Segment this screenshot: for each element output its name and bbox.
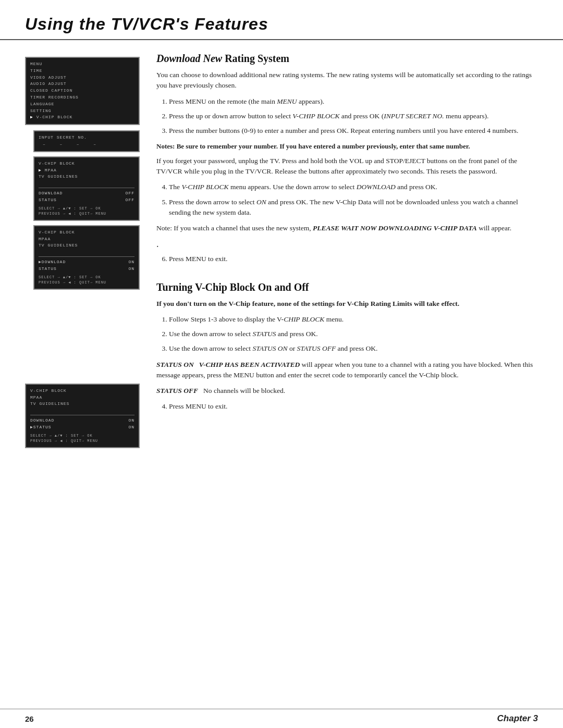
download-label2: ▶DOWNLOAD	[39, 259, 66, 266]
step-4: The V-CHIP BLOCK menu appears. Use the d…	[169, 182, 538, 192]
download-row-on: ▶DOWNLOAD ON	[39, 259, 134, 266]
step-s4: Press MENU to exit.	[169, 401, 538, 412]
screen-footer-3: SELECT → ▲/▼ : SET → OKPREVIOUS → ◀ : QU…	[30, 433, 134, 444]
note-1: Notes: Be sure to remember your number. …	[156, 141, 538, 152]
vchip-tv-guidelines2: TV GUIDELINES	[39, 242, 134, 249]
input-dashes: – – – –	[39, 141, 134, 148]
section1-steps: Press MENU on the remote (the main MENU …	[169, 96, 538, 137]
step-5: Press the down arrow to select ON and pr…	[169, 197, 538, 218]
status-label: STATUS	[39, 197, 57, 204]
menu-item-vchip: V-CHIP BLOCK	[30, 114, 134, 121]
section2-steps2: Press MENU to exit.	[169, 401, 538, 412]
vchip-tv-guidelines3: TV GUIDELINES	[30, 401, 134, 408]
page-footer: 26 Chapter 3	[0, 709, 563, 728]
status-row-off: STATUS OFF	[39, 197, 134, 204]
vchip-block-title3: V-CHIP BLOCK	[30, 388, 134, 394]
dot-separator: .	[156, 239, 538, 250]
chapter-label: Chapter 3	[497, 713, 538, 724]
step-s1: Follow Steps 1-3 above to display the V-…	[169, 314, 538, 325]
status-value-on: ON	[128, 266, 134, 273]
download-row-off: DOWNLOAD OFF	[39, 190, 134, 197]
menu-item-video: VIDEO ADJUST	[30, 75, 134, 81]
menu-item-audio: AUDIO ADJUST	[30, 81, 134, 88]
vchip-tv-guidelines: TV GUIDELINES	[39, 174, 134, 180]
section1-steps3: Press MENU to exit.	[169, 254, 538, 264]
step-s3: Use the down arrow to select STATUS ON o…	[169, 343, 538, 354]
left-column: MENU TIME VIDEO ADJUST AUDIO ADJUST CLOS…	[25, 57, 140, 461]
vchip-mpaa3: MPAA	[30, 394, 134, 401]
download-row-on2: DOWNLOAD ON	[30, 417, 134, 424]
status-row-on: STATUS ON	[39, 266, 134, 273]
download-value-on: ON	[128, 259, 134, 266]
note-2: If you forget your password, unplug the …	[156, 156, 538, 177]
status-row-highlighted: ▶STATUS ON	[30, 424, 134, 431]
screen-group-2: V-CHIP BLOCK MPAA TV GUIDELINES DOWNLOAD…	[25, 384, 140, 448]
download-label: DOWNLOAD	[39, 190, 63, 197]
download-value-off: OFF	[126, 190, 134, 197]
step-1: Press MENU on the remote (the main MENU …	[169, 96, 538, 107]
note-3: Note: If you watch a channel that uses t…	[156, 223, 538, 233]
section2-bold-note: If you don't turn on the V-Chip feature,…	[156, 299, 538, 309]
tv-screen-main-menu: MENU TIME VIDEO ADJUST AUDIO ADJUST CLOS…	[25, 57, 140, 125]
page-title: Using the TV/VCR's Features	[25, 15, 538, 34]
menu-item-timer: TIMER RECORDINGS	[30, 94, 134, 101]
menu-item-caption: CLOSED CAPTION	[30, 88, 134, 94]
download-value-on2: ON	[128, 417, 134, 424]
screen-footer-1: SELECT → ▲/▼ : SET → OKPREVIOUS → ◀ : QU…	[39, 206, 134, 217]
screen-footer-2: SELECT → ▲/▼ : SET → OKPREVIOUS → ◀ : QU…	[39, 275, 134, 286]
right-column: Download New Rating System You can choos…	[156, 53, 538, 461]
vchip-mpaa2: MPAA	[39, 236, 134, 243]
section1-heading: Download New Rating System	[156, 53, 538, 65]
section1-steps2: The V-CHIP BLOCK menu appears. Use the d…	[169, 182, 538, 218]
vchip-mpaa: MPAA	[39, 167, 134, 174]
page-header: Using the TV/VCR's Features	[0, 0, 563, 40]
vchip-block-title: V-CHIP BLOCK	[39, 161, 134, 167]
main-content: MENU TIME VIDEO ADJUST AUDIO ADJUST CLOS…	[0, 53, 563, 461]
menu-item-setting: SETTING	[30, 108, 134, 115]
step-s2: Use the down arrow to select STATUS and …	[169, 329, 538, 339]
step-6: Press MENU to exit.	[169, 254, 538, 264]
status-value-on2: ON	[128, 424, 134, 431]
tv-screen-vchip-status: V-CHIP BLOCK MPAA TV GUIDELINES DOWNLOAD…	[25, 384, 140, 448]
section2-steps: Follow Steps 1-3 above to display the V-…	[169, 314, 538, 354]
vchip-block-title2: V-CHIP BLOCK	[39, 229, 134, 236]
page-number: 26	[25, 714, 34, 723]
download-label3: DOWNLOAD	[30, 417, 54, 424]
step-2: Press the up or down arrow button to sel…	[169, 111, 538, 121]
screen-group-1: MENU TIME VIDEO ADJUST AUDIO ADJUST CLOS…	[25, 57, 140, 290]
section1-intro: You can choose to download additional ne…	[156, 70, 538, 91]
menu-item-language: LANGUAGE	[30, 101, 134, 108]
status-value-off: OFF	[126, 197, 134, 204]
input-secret-label: INPUT SECRET NO.	[39, 134, 134, 141]
status-on-para: STATUS ON V-CHIP HAS BEEN ACTIVATED will…	[156, 360, 538, 381]
tv-screen-vchip-download-off: V-CHIP BLOCK MPAA TV GUIDELINES DOWNLOAD…	[33, 156, 140, 221]
tv-screen-input-secret: INPUT SECRET NO. – – – –	[33, 130, 140, 152]
status-label3: ▶STATUS	[30, 424, 52, 431]
menu-item-time: TIME	[30, 68, 134, 75]
status-off-para: STATUS OFF No channels will be blocked.	[156, 386, 538, 396]
step-3: Press the number buttons (0-9) to enter …	[169, 126, 538, 136]
section2-heading: Turning V-Chip Block On and Off	[156, 281, 538, 293]
menu-item-menu: MENU	[30, 61, 134, 68]
tv-screen-vchip-download-on: V-CHIP BLOCK MPAA TV GUIDELINES ▶DOWNLOA…	[33, 225, 140, 290]
status-label2: STATUS	[39, 266, 57, 273]
